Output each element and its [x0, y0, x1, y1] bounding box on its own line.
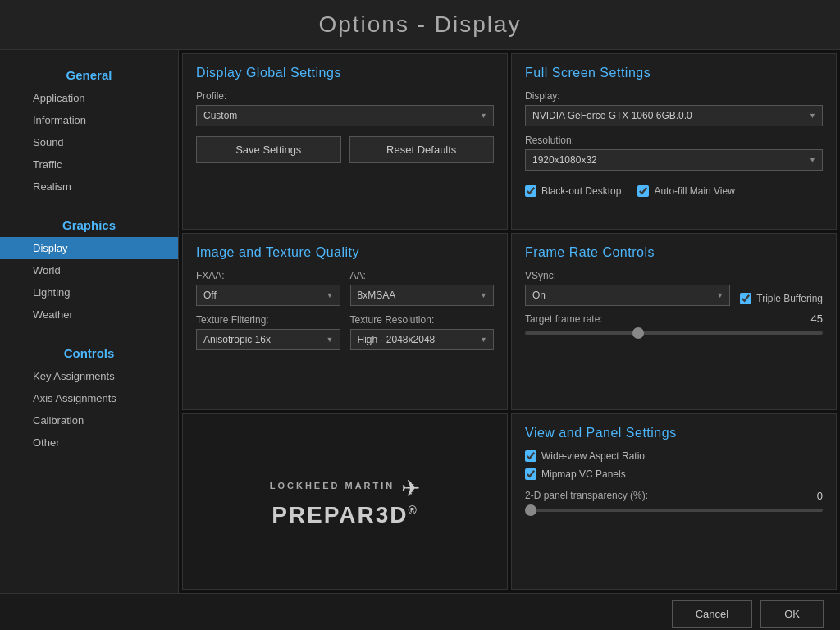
save-settings-button[interactable]: Save Settings: [196, 136, 341, 163]
transparency-slider-row: [525, 509, 823, 512]
lm-text: LOCKHEED MARTIN: [270, 481, 395, 491]
main-layout: General Application Information Sound Tr…: [0, 50, 840, 593]
target-label: Target frame rate:: [525, 313, 603, 325]
texture-resolution-label: Texture Resolution:: [350, 314, 495, 326]
sidebar-item-axis-assignments[interactable]: Axis Assignments: [0, 387, 178, 409]
target-row: Target frame rate: 45: [525, 313, 823, 325]
fullscreen-title: Full Screen Settings: [525, 66, 823, 80]
image-texture-panel: Image and Texture Quality FXAA: Off Low …: [182, 233, 508, 409]
display-global-title: Display Global Settings: [196, 66, 494, 80]
wide-view-label: Wide-view Aspect Ratio: [541, 450, 645, 462]
title-bar: Options - Display: [0, 0, 840, 50]
fullscreen-checkboxes: Black-out Desktop Auto-fill Main View: [525, 179, 823, 197]
transparency-slider[interactable]: [525, 509, 823, 512]
sidebar-divider-2: [16, 331, 162, 331]
autofill-checkbox[interactable]: [637, 185, 649, 197]
profile-select[interactable]: Custom High Medium Low: [196, 105, 494, 126]
fxaa-label: FXAA:: [196, 270, 340, 281]
sidebar-item-world[interactable]: World: [0, 259, 178, 281]
global-btn-row: Save Settings Reset Defaults: [196, 136, 494, 163]
sidebar-divider-1: [16, 203, 162, 203]
triple-buffering-row: Triple Buffering: [740, 293, 823, 304]
blackout-row: Black-out Desktop: [525, 185, 621, 197]
texture-resolution-select[interactable]: High - 2048x2048 Medium - 1024x1024 Low …: [350, 329, 495, 350]
sidebar-item-information[interactable]: Information: [0, 109, 178, 131]
framerate-title: Frame Rate Controls: [525, 245, 823, 260]
wide-view-row: Wide-view Aspect Ratio: [525, 450, 823, 462]
bottom-bar: Cancel OK: [0, 593, 840, 630]
sidebar-item-sound[interactable]: Sound: [0, 131, 178, 153]
fxaa-wrapper: Off Low Medium High: [196, 285, 340, 306]
sidebar-item-application[interactable]: Application: [0, 87, 178, 109]
vsync-row: On Off Triple Buffering: [525, 285, 823, 306]
display-device-label: Display:: [525, 90, 823, 102]
view-panel-title: View and Panel Settings: [525, 426, 823, 441]
mipmap-checkbox[interactable]: [525, 468, 536, 480]
transparency-value: 0: [803, 490, 823, 502]
texture-resolution-wrapper: High - 2048x2048 Medium - 1024x1024 Low …: [350, 329, 495, 350]
lm-logo: LOCKHEED MARTIN ✈: [270, 475, 421, 502]
target-value: 45: [803, 313, 823, 325]
sidebar-item-calibration[interactable]: Calibration: [0, 409, 178, 431]
vsync-select[interactable]: On Off: [525, 285, 730, 306]
fullscreen-panel: Full Screen Settings Display: NVIDIA GeF…: [511, 53, 837, 230]
blackout-label: Black-out Desktop: [541, 185, 621, 197]
product-text: PREPAR3D®: [272, 502, 418, 527]
sidebar-item-realism[interactable]: Realism: [0, 176, 178, 198]
sidebar-item-weather[interactable]: Weather: [0, 304, 178, 326]
resolution-wrapper: 1920x1080x32 1280x720x32 2560x1440x32: [525, 149, 823, 171]
resolution-select[interactable]: 1920x1080x32 1280x720x32 2560x1440x32: [525, 149, 823, 171]
texture-filtering-select[interactable]: Anisotropic 16x Anisotropic 8x Trilinear…: [196, 329, 340, 350]
fxaa-group: FXAA: Off Low Medium High: [196, 270, 340, 314]
page-title: Options - Display: [0, 11, 840, 38]
texture-filtering-group: Texture Filtering: Anisotropic 16x Aniso…: [196, 314, 340, 358]
mipmap-row: Mipmap VC Panels: [525, 468, 823, 480]
aa-group: AA: 8xMSAA 4xMSAA 2xMSAA Off: [350, 270, 495, 314]
blackout-checkbox[interactable]: [525, 185, 536, 197]
framerate-panel: Frame Rate Controls VSync: On Off Triple…: [511, 233, 837, 409]
sidebar-section-controls: Controls: [0, 336, 178, 365]
lm-symbol: ✈: [401, 475, 420, 502]
transparency-row: 2-D panel transparency (%): 0: [525, 490, 823, 502]
sidebar-item-other[interactable]: Other: [0, 431, 178, 454]
vsync-label: VSync:: [525, 270, 823, 281]
autofill-row: Auto-fill Main View: [637, 185, 734, 197]
triple-buffering-checkbox[interactable]: [740, 293, 751, 304]
sidebar-section-graphics: Graphics: [0, 208, 178, 237]
fxaa-select[interactable]: Off Low Medium High: [196, 285, 340, 306]
image-texture-title: Image and Texture Quality: [196, 245, 494, 260]
texture-filtering-wrapper: Anisotropic 16x Anisotropic 8x Trilinear…: [196, 329, 340, 350]
transparency-label: 2-D panel transparency (%):: [525, 490, 648, 501]
sidebar: General Application Information Sound Tr…: [0, 50, 179, 593]
content-area: Display Global Settings Profile: Custom …: [179, 50, 840, 593]
ok-button[interactable]: OK: [760, 600, 824, 628]
view-panel: View and Panel Settings Wide-view Aspect…: [511, 413, 837, 590]
logo-panel: LOCKHEED MARTIN ✈ PREPAR3D®: [182, 413, 508, 590]
aa-wrapper: 8xMSAA 4xMSAA 2xMSAA Off: [350, 285, 495, 306]
display-device-select[interactable]: NVIDIA GeForce GTX 1060 6GB.0.0: [525, 105, 823, 126]
cancel-button[interactable]: Cancel: [672, 600, 752, 628]
sidebar-item-key-assignments[interactable]: Key Assignments: [0, 365, 178, 387]
target-framerate-slider[interactable]: [525, 331, 823, 335]
mipmap-label: Mipmap VC Panels: [541, 468, 626, 480]
aa-select[interactable]: 8xMSAA 4xMSAA 2xMSAA Off: [350, 285, 495, 306]
target-slider-row: [525, 331, 823, 335]
texture-filtering-label: Texture Filtering:: [196, 314, 340, 326]
resolution-label: Resolution:: [525, 135, 823, 146]
display-device-wrapper: NVIDIA GeForce GTX 1060 6GB.0.0: [525, 105, 823, 126]
texture-resolution-group: Texture Resolution: High - 2048x2048 Med…: [350, 314, 495, 358]
wide-view-checkbox[interactable]: [525, 450, 536, 462]
sidebar-section-general: General: [0, 58, 178, 87]
aa-fxaa-row: FXAA: Off Low Medium High AA:: [196, 270, 494, 314]
autofill-label: Auto-fill Main View: [654, 185, 734, 197]
display-global-panel: Display Global Settings Profile: Custom …: [182, 53, 508, 230]
sidebar-item-display[interactable]: Display: [0, 237, 178, 259]
texture-row: Texture Filtering: Anisotropic 16x Aniso…: [196, 314, 494, 358]
aa-label: AA:: [350, 270, 495, 281]
sidebar-item-lighting[interactable]: Lighting: [0, 281, 178, 304]
reset-defaults-button[interactable]: Reset Defaults: [349, 136, 495, 163]
profile-select-wrapper: Custom High Medium Low: [196, 105, 494, 126]
prepar3d-logo: PREPAR3D®: [272, 502, 418, 528]
profile-label: Profile:: [196, 90, 494, 102]
sidebar-item-traffic[interactable]: Traffic: [0, 153, 178, 176]
